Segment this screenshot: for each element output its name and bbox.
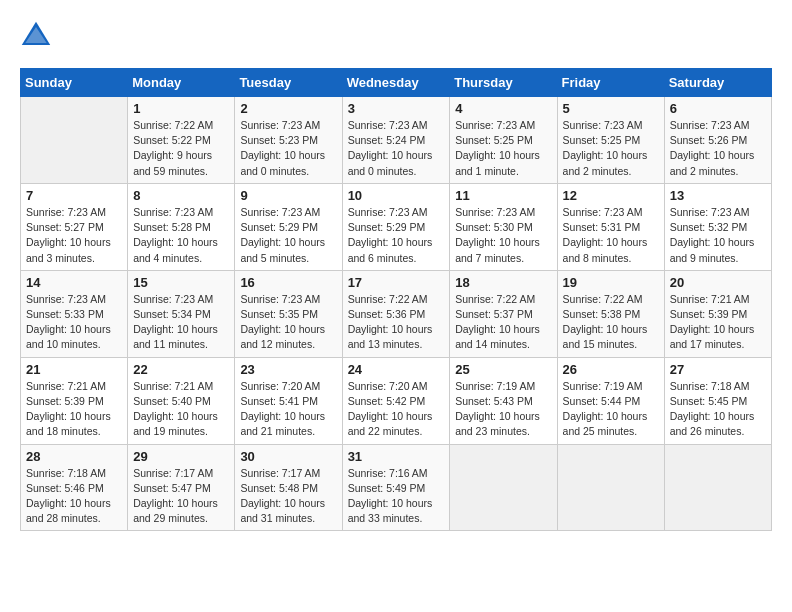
day-detail: Sunrise: 7:23 AMSunset: 5:29 PMDaylight:… <box>240 206 325 264</box>
weekday-header-sunday: Sunday <box>21 69 128 97</box>
calendar-cell <box>21 97 128 184</box>
calendar-week-row: 14 Sunrise: 7:23 AMSunset: 5:33 PMDaylig… <box>21 270 772 357</box>
day-number: 1 <box>133 101 229 116</box>
day-number: 22 <box>133 362 229 377</box>
calendar-cell: 11 Sunrise: 7:23 AMSunset: 5:30 PMDaylig… <box>450 183 557 270</box>
day-number: 28 <box>26 449 122 464</box>
weekday-header-thursday: Thursday <box>450 69 557 97</box>
calendar-cell: 17 Sunrise: 7:22 AMSunset: 5:36 PMDaylig… <box>342 270 450 357</box>
calendar-week-row: 7 Sunrise: 7:23 AMSunset: 5:27 PMDayligh… <box>21 183 772 270</box>
calendar-cell: 22 Sunrise: 7:21 AMSunset: 5:40 PMDaylig… <box>128 357 235 444</box>
day-detail: Sunrise: 7:23 AMSunset: 5:26 PMDaylight:… <box>670 119 755 177</box>
calendar-cell: 30 Sunrise: 7:17 AMSunset: 5:48 PMDaylig… <box>235 444 342 531</box>
calendar-cell: 13 Sunrise: 7:23 AMSunset: 5:32 PMDaylig… <box>664 183 771 270</box>
calendar-cell: 28 Sunrise: 7:18 AMSunset: 5:46 PMDaylig… <box>21 444 128 531</box>
day-number: 6 <box>670 101 766 116</box>
day-number: 3 <box>348 101 445 116</box>
calendar-table: SundayMondayTuesdayWednesdayThursdayFrid… <box>20 68 772 531</box>
calendar-cell <box>557 444 664 531</box>
calendar-cell: 4 Sunrise: 7:23 AMSunset: 5:25 PMDayligh… <box>450 97 557 184</box>
day-number: 10 <box>348 188 445 203</box>
day-detail: Sunrise: 7:23 AMSunset: 5:25 PMDaylight:… <box>455 119 540 177</box>
calendar-cell: 7 Sunrise: 7:23 AMSunset: 5:27 PMDayligh… <box>21 183 128 270</box>
calendar-cell: 8 Sunrise: 7:23 AMSunset: 5:28 PMDayligh… <box>128 183 235 270</box>
day-number: 14 <box>26 275 122 290</box>
calendar-cell: 27 Sunrise: 7:18 AMSunset: 5:45 PMDaylig… <box>664 357 771 444</box>
day-detail: Sunrise: 7:21 AMSunset: 5:40 PMDaylight:… <box>133 380 218 438</box>
day-detail: Sunrise: 7:20 AMSunset: 5:42 PMDaylight:… <box>348 380 433 438</box>
calendar-cell <box>664 444 771 531</box>
day-detail: Sunrise: 7:21 AMSunset: 5:39 PMDaylight:… <box>26 380 111 438</box>
weekday-header-tuesday: Tuesday <box>235 69 342 97</box>
day-number: 4 <box>455 101 551 116</box>
day-detail: Sunrise: 7:21 AMSunset: 5:39 PMDaylight:… <box>670 293 755 351</box>
day-number: 21 <box>26 362 122 377</box>
day-number: 26 <box>563 362 659 377</box>
day-detail: Sunrise: 7:23 AMSunset: 5:33 PMDaylight:… <box>26 293 111 351</box>
day-detail: Sunrise: 7:23 AMSunset: 5:30 PMDaylight:… <box>455 206 540 264</box>
day-number: 31 <box>348 449 445 464</box>
day-detail: Sunrise: 7:19 AMSunset: 5:43 PMDaylight:… <box>455 380 540 438</box>
day-number: 15 <box>133 275 229 290</box>
day-number: 13 <box>670 188 766 203</box>
calendar-cell: 24 Sunrise: 7:20 AMSunset: 5:42 PMDaylig… <box>342 357 450 444</box>
day-number: 5 <box>563 101 659 116</box>
day-number: 18 <box>455 275 551 290</box>
calendar-cell: 10 Sunrise: 7:23 AMSunset: 5:29 PMDaylig… <box>342 183 450 270</box>
calendar-cell: 14 Sunrise: 7:23 AMSunset: 5:33 PMDaylig… <box>21 270 128 357</box>
calendar-week-row: 28 Sunrise: 7:18 AMSunset: 5:46 PMDaylig… <box>21 444 772 531</box>
day-detail: Sunrise: 7:18 AMSunset: 5:46 PMDaylight:… <box>26 467 111 525</box>
calendar-cell <box>450 444 557 531</box>
day-detail: Sunrise: 7:23 AMSunset: 5:29 PMDaylight:… <box>348 206 433 264</box>
calendar-cell: 1 Sunrise: 7:22 AMSunset: 5:22 PMDayligh… <box>128 97 235 184</box>
day-detail: Sunrise: 7:23 AMSunset: 5:25 PMDaylight:… <box>563 119 648 177</box>
calendar-cell: 6 Sunrise: 7:23 AMSunset: 5:26 PMDayligh… <box>664 97 771 184</box>
day-number: 24 <box>348 362 445 377</box>
calendar-cell: 2 Sunrise: 7:23 AMSunset: 5:23 PMDayligh… <box>235 97 342 184</box>
day-number: 29 <box>133 449 229 464</box>
day-number: 9 <box>240 188 336 203</box>
day-detail: Sunrise: 7:23 AMSunset: 5:32 PMDaylight:… <box>670 206 755 264</box>
generalblue-logo-icon <box>20 20 52 52</box>
calendar-week-row: 21 Sunrise: 7:21 AMSunset: 5:39 PMDaylig… <box>21 357 772 444</box>
day-detail: Sunrise: 7:23 AMSunset: 5:23 PMDaylight:… <box>240 119 325 177</box>
day-number: 7 <box>26 188 122 203</box>
calendar-cell: 26 Sunrise: 7:19 AMSunset: 5:44 PMDaylig… <box>557 357 664 444</box>
day-detail: Sunrise: 7:23 AMSunset: 5:24 PMDaylight:… <box>348 119 433 177</box>
calendar-cell: 19 Sunrise: 7:22 AMSunset: 5:38 PMDaylig… <box>557 270 664 357</box>
day-number: 16 <box>240 275 336 290</box>
calendar-cell: 9 Sunrise: 7:23 AMSunset: 5:29 PMDayligh… <box>235 183 342 270</box>
calendar-week-row: 1 Sunrise: 7:22 AMSunset: 5:22 PMDayligh… <box>21 97 772 184</box>
day-detail: Sunrise: 7:18 AMSunset: 5:45 PMDaylight:… <box>670 380 755 438</box>
day-number: 8 <box>133 188 229 203</box>
day-detail: Sunrise: 7:23 AMSunset: 5:28 PMDaylight:… <box>133 206 218 264</box>
day-detail: Sunrise: 7:22 AMSunset: 5:22 PMDaylight:… <box>133 119 213 177</box>
calendar-cell: 29 Sunrise: 7:17 AMSunset: 5:47 PMDaylig… <box>128 444 235 531</box>
calendar-cell: 3 Sunrise: 7:23 AMSunset: 5:24 PMDayligh… <box>342 97 450 184</box>
day-detail: Sunrise: 7:17 AMSunset: 5:48 PMDaylight:… <box>240 467 325 525</box>
day-detail: Sunrise: 7:23 AMSunset: 5:35 PMDaylight:… <box>240 293 325 351</box>
day-detail: Sunrise: 7:16 AMSunset: 5:49 PMDaylight:… <box>348 467 433 525</box>
day-number: 20 <box>670 275 766 290</box>
day-detail: Sunrise: 7:23 AMSunset: 5:27 PMDaylight:… <box>26 206 111 264</box>
calendar-cell: 21 Sunrise: 7:21 AMSunset: 5:39 PMDaylig… <box>21 357 128 444</box>
calendar-cell: 20 Sunrise: 7:21 AMSunset: 5:39 PMDaylig… <box>664 270 771 357</box>
day-number: 11 <box>455 188 551 203</box>
day-detail: Sunrise: 7:22 AMSunset: 5:37 PMDaylight:… <box>455 293 540 351</box>
day-number: 30 <box>240 449 336 464</box>
page-header <box>20 20 772 52</box>
weekday-header-monday: Monday <box>128 69 235 97</box>
day-detail: Sunrise: 7:19 AMSunset: 5:44 PMDaylight:… <box>563 380 648 438</box>
day-number: 12 <box>563 188 659 203</box>
calendar-cell: 15 Sunrise: 7:23 AMSunset: 5:34 PMDaylig… <box>128 270 235 357</box>
day-number: 19 <box>563 275 659 290</box>
weekday-header-friday: Friday <box>557 69 664 97</box>
weekday-header-row: SundayMondayTuesdayWednesdayThursdayFrid… <box>21 69 772 97</box>
day-detail: Sunrise: 7:23 AMSunset: 5:31 PMDaylight:… <box>563 206 648 264</box>
calendar-cell: 31 Sunrise: 7:16 AMSunset: 5:49 PMDaylig… <box>342 444 450 531</box>
day-number: 17 <box>348 275 445 290</box>
calendar-cell: 16 Sunrise: 7:23 AMSunset: 5:35 PMDaylig… <box>235 270 342 357</box>
calendar-cell: 18 Sunrise: 7:22 AMSunset: 5:37 PMDaylig… <box>450 270 557 357</box>
day-number: 2 <box>240 101 336 116</box>
day-number: 25 <box>455 362 551 377</box>
